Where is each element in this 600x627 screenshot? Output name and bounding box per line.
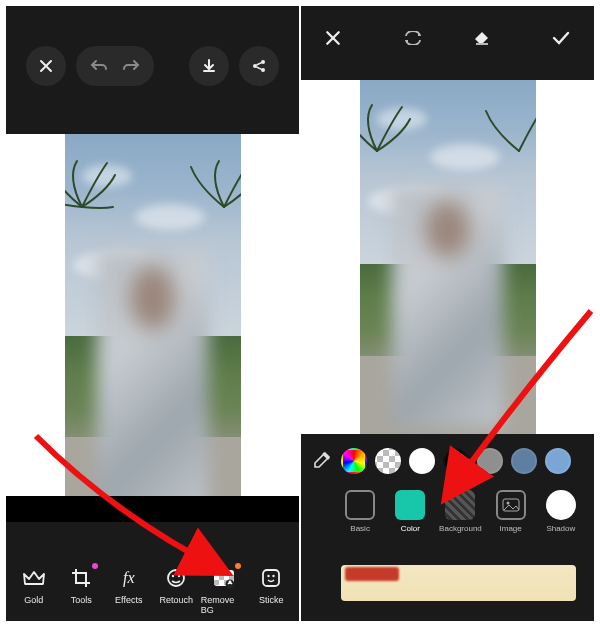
editor-right-pane: BasicColorBackgroundImageShadow <box>301 6 594 621</box>
tool-tools[interactable]: Tools <box>58 565 104 615</box>
basic-icon <box>345 490 375 520</box>
color-icon <box>395 490 425 520</box>
share-icon <box>251 58 267 74</box>
image-icon <box>496 490 526 520</box>
option-shadow[interactable]: Shadow <box>536 490 586 533</box>
color-swatch-transparent[interactable] <box>375 448 401 474</box>
image-canvas[interactable] <box>360 80 536 434</box>
tool-effects[interactable]: fxEffects <box>106 565 152 615</box>
svg-point-19 <box>506 502 509 505</box>
tool-label: Effects <box>115 595 142 605</box>
svg-point-3 <box>168 570 184 586</box>
eraser-icon[interactable] <box>473 30 491 46</box>
cycle-icon[interactable] <box>403 31 423 45</box>
blurred-subject <box>96 250 209 514</box>
crop-icon <box>68 565 94 591</box>
image-canvas[interactable] <box>65 134 241 522</box>
svg-rect-8 <box>224 570 229 575</box>
shadow-icon <box>546 490 576 520</box>
option-basic[interactable]: Basic <box>335 490 385 533</box>
close-button[interactable] <box>26 46 66 86</box>
top-toolbar <box>6 6 299 134</box>
option-label: Color <box>401 524 420 533</box>
tool-label: Gold <box>24 595 43 605</box>
color-swatch-sky[interactable] <box>545 448 571 474</box>
undo-redo-group <box>76 46 154 86</box>
option-background[interactable]: Background <box>435 490 485 533</box>
svg-point-1 <box>261 60 265 64</box>
tool-label: Remove BG <box>201 595 247 615</box>
tool-label: Retouch <box>159 595 193 605</box>
svg-point-2 <box>261 68 265 72</box>
color-swatch-white[interactable] <box>409 448 435 474</box>
option-label: Image <box>500 524 522 533</box>
svg-point-17 <box>273 575 275 577</box>
close-icon <box>39 59 53 73</box>
option-label: Shadow <box>546 524 575 533</box>
background-icon <box>445 490 475 520</box>
svg-point-16 <box>268 575 270 577</box>
face-icon <box>163 565 189 591</box>
tool-sticker[interactable]: Sticke <box>248 565 294 615</box>
option-color[interactable]: Color <box>385 490 435 533</box>
bottom-toolbar: GoldToolsfxEffectsRetouchRemove BGSticke <box>6 522 299 621</box>
svg-rect-9 <box>219 575 224 580</box>
tool-gold[interactable]: Gold <box>11 565 57 615</box>
tool-retouch[interactable]: Retouch <box>153 565 199 615</box>
option-label: Basic <box>350 524 370 533</box>
color-swatch-steel[interactable] <box>511 448 537 474</box>
eyedropper-icon[interactable] <box>311 451 333 471</box>
svg-rect-15 <box>263 570 279 586</box>
color-swatch-grey[interactable] <box>477 448 503 474</box>
svg-point-14 <box>228 581 231 584</box>
share-button[interactable] <box>239 46 279 86</box>
tool-label: Sticke <box>259 595 284 605</box>
smile-icon <box>258 565 284 591</box>
download-icon <box>201 58 217 74</box>
option-label: Background <box>439 524 482 533</box>
svg-rect-7 <box>214 570 219 575</box>
top-toolbar <box>301 6 594 80</box>
download-button[interactable] <box>189 46 229 86</box>
option-image[interactable]: Image <box>486 490 536 533</box>
tool-removebg[interactable]: Remove BG <box>201 565 247 615</box>
bottom-panel: BasicColorBackgroundImageShadow <box>301 434 594 621</box>
svg-point-5 <box>178 575 180 577</box>
redo-icon[interactable] <box>122 59 140 73</box>
preview-mark <box>345 567 399 581</box>
color-swatch-rainbow[interactable] <box>341 448 367 474</box>
svg-rect-10 <box>229 575 234 580</box>
editor-left-pane: GoldToolsfxEffectsRetouchRemove BGSticke <box>6 6 299 621</box>
close-button[interactable] <box>325 30 341 46</box>
crown-icon <box>21 565 47 591</box>
canvas-footer-strip <box>6 496 299 522</box>
checker-icon <box>211 565 237 591</box>
blurred-subject <box>391 186 504 427</box>
tool-label: Tools <box>71 595 92 605</box>
fx-icon: fx <box>116 565 142 591</box>
badge <box>235 563 241 569</box>
svg-rect-11 <box>214 580 219 585</box>
confirm-button[interactable] <box>552 31 570 45</box>
check-icon <box>552 31 570 45</box>
close-icon <box>325 30 341 46</box>
color-swatch-black[interactable] <box>443 448 469 474</box>
undo-icon[interactable] <box>90 59 108 73</box>
svg-point-4 <box>172 575 174 577</box>
badge <box>92 563 98 569</box>
